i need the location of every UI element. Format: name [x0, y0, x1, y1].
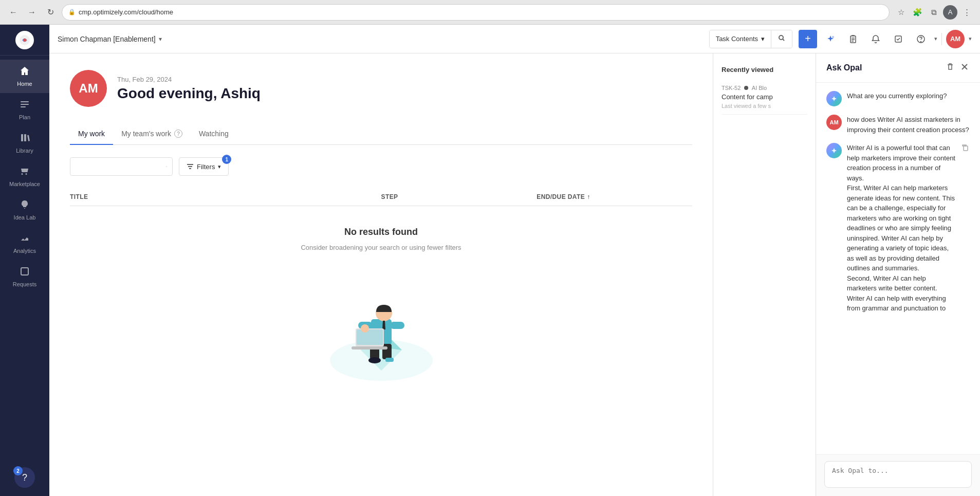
svg-rect-2	[21, 101, 29, 102]
work-controls: Filters ▾ 1	[70, 157, 692, 176]
sidebar-item-marketplace-label: Marketplace	[9, 181, 40, 187]
sidebar-item-plan[interactable]: Plan	[0, 93, 49, 126]
copy-button[interactable]	[960, 143, 970, 154]
add-button[interactable]: +	[799, 30, 817, 48]
analytics-icon	[20, 233, 30, 246]
tab-my-teams-work[interactable]: My team's work ?	[113, 123, 191, 145]
svg-rect-31	[352, 346, 387, 350]
logo-icon	[15, 31, 34, 49]
browser-profile-button[interactable]: A	[943, 5, 957, 20]
filters-button[interactable]: Filters ▾ 1	[179, 157, 229, 176]
column-step: Step	[381, 193, 537, 200]
user-header: AM Thu, Feb 29, 2024 Good evening, Ashiq	[70, 70, 692, 107]
greeting-text: Good evening, Ashiq	[117, 85, 261, 102]
tab-my-teams-work-label: My team's work	[121, 130, 171, 138]
sidebar-item-idea-lab-label: Idea Lab	[14, 214, 36, 221]
tab-my-work[interactable]: My work	[70, 123, 113, 145]
table-header: Title Step End/Due Date ↑	[70, 188, 692, 206]
sidebar-item-home[interactable]: Home	[0, 60, 49, 93]
sort-arrow-icon[interactable]: ↑	[587, 193, 590, 200]
ask-opal-panel: Ask Opal	[816, 53, 980, 496]
marketplace-icon	[20, 166, 30, 179]
sidebar-logo[interactable]	[0, 25, 49, 56]
requests-icon	[20, 266, 30, 279]
sidebar-item-home-label: Home	[17, 81, 32, 87]
column-date: End/Due Date ↑	[537, 193, 692, 200]
svg-point-25	[368, 357, 381, 363]
svg-rect-24	[382, 344, 392, 359]
sidebar-item-idea-lab[interactable]: Idea Lab	[0, 193, 49, 227]
workspace-selector[interactable]: Simon Chapman [Enablement] ▾	[58, 35, 162, 43]
browser-actions: ☆ 🧩 ⧉ A ⋮	[894, 5, 974, 20]
notifications-button[interactable]	[866, 30, 885, 48]
svg-point-16	[921, 41, 921, 42]
opal-input[interactable]	[824, 461, 972, 488]
rv-item-title: Content for camp	[722, 93, 807, 101]
sidebar-item-requests-label: Requests	[13, 281, 36, 287]
user-avatar-button[interactable]: AM	[946, 30, 965, 48]
search-type-chevron-icon: ▾	[761, 35, 765, 43]
sidebar-nav: Home Plan	[0, 56, 49, 467]
opal-message-3-content: Writer AI is a powerful tool that can he…	[847, 143, 955, 314]
help-badge[interactable]: ? 2	[14, 467, 35, 488]
opal-trash-button[interactable]	[945, 62, 955, 74]
svg-rect-6	[24, 134, 26, 141]
clipboard-button[interactable]	[844, 30, 862, 48]
empty-subtitle: Consider broadening your search or using…	[301, 244, 461, 251]
avatar-chevron-icon[interactable]: ▾	[969, 35, 972, 42]
sidebar-item-requests[interactable]: Requests	[0, 260, 49, 293]
opal-message-1-content: What are you currently exploring?	[847, 91, 970, 101]
sidebar-item-marketplace[interactable]: Marketplace	[0, 160, 49, 193]
search-button[interactable]	[771, 30, 792, 48]
opal-user-avatar: AM	[826, 115, 842, 130]
svg-rect-28	[390, 322, 404, 329]
svg-rect-4	[21, 106, 26, 107]
topbar-actions: +	[799, 30, 972, 48]
sidebar-bottom: ? 2	[0, 467, 49, 496]
sidebar-item-library-label: Library	[16, 148, 33, 154]
refresh-button[interactable]: ↻	[43, 5, 58, 20]
split-view-button[interactable]: ⧉	[927, 5, 941, 20]
tab-watching[interactable]: Watching	[191, 123, 237, 145]
svg-rect-30	[357, 329, 383, 345]
main-content: Simon Chapman [Enablement] ▾ Task Conten…	[49, 25, 980, 496]
filter-icon	[187, 163, 194, 170]
extensions-button[interactable]: 🧩	[910, 5, 924, 20]
ai-assist-button[interactable]	[821, 30, 840, 48]
back-button[interactable]: ←	[6, 5, 21, 20]
work-search-icon	[166, 163, 167, 170]
tab-watching-label: Watching	[199, 130, 229, 138]
svg-point-17	[166, 166, 167, 167]
task-button[interactable]	[889, 30, 908, 48]
search-container: Task Contents ▾	[709, 30, 792, 48]
work-search-container	[70, 157, 173, 176]
search-type-button[interactable]: Task Contents ▾	[710, 30, 771, 48]
filters-label: Filters	[197, 163, 215, 171]
search-type-label: Task Contents	[716, 35, 758, 43]
divider	[941, 33, 942, 45]
tabs: My work My team's work ? Watching	[70, 123, 692, 145]
idea-lab-icon	[20, 199, 30, 212]
security-icon: 🔒	[68, 9, 76, 15]
plan-icon	[20, 99, 30, 112]
empty-state: No results found Consider broadening you…	[70, 206, 692, 391]
address-bar[interactable]: 🔒 cmp.optimizely.com/cloud/home	[62, 4, 890, 21]
opal-message-2-content: how does Writer AI assist marketers in i…	[847, 115, 970, 135]
svg-rect-3	[21, 104, 29, 105]
forward-button[interactable]: →	[25, 5, 39, 20]
column-date-label: End/Due Date	[537, 193, 585, 200]
help-button[interactable]	[912, 30, 930, 48]
bookmark-button[interactable]: ☆	[894, 5, 908, 20]
sidebar-item-analytics[interactable]: Analytics	[0, 227, 49, 260]
opal-close-button[interactable]	[959, 62, 970, 74]
svg-point-1	[23, 39, 26, 42]
empty-illustration	[309, 268, 453, 391]
work-search-input[interactable]	[76, 163, 162, 171]
recently-viewed-item[interactable]: TSK-52 AI Blo Content for camp Last view…	[722, 80, 807, 115]
menu-button[interactable]: ⋮	[959, 5, 974, 20]
opal-title: Ask Opal	[826, 63, 862, 72]
page-content: AM Thu, Feb 29, 2024 Good evening, Ashiq…	[49, 53, 980, 496]
sidebar-item-library[interactable]: Library	[0, 126, 49, 160]
opal-header: Ask Opal	[816, 53, 980, 83]
browser-chrome: ← → ↻ 🔒 cmp.optimizely.com/cloud/home ☆ …	[0, 0, 980, 25]
